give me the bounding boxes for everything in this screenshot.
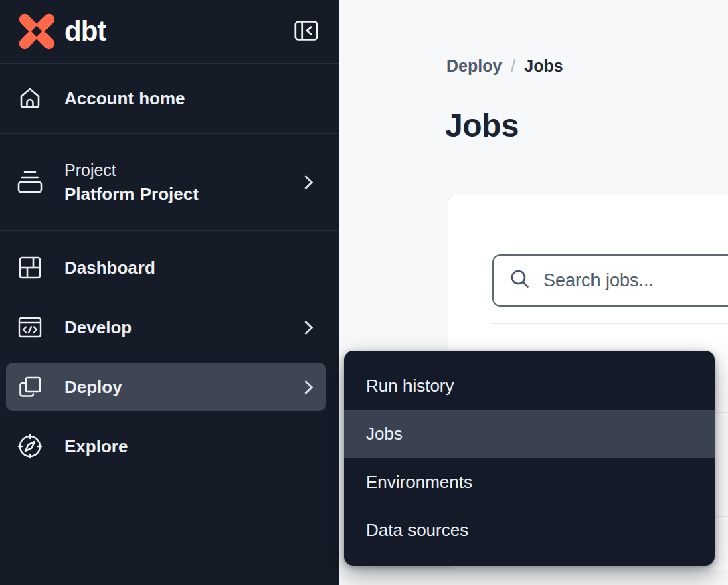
project-kicker: Project: [64, 158, 199, 182]
page-title: Jobs: [445, 107, 519, 144]
breadcrumb: Deploy / Jobs: [446, 56, 563, 76]
chevron-right-icon: [299, 320, 313, 334]
sidebar-item-label: Dashboard: [64, 258, 155, 278]
sidebar-item-label: Account home: [64, 88, 185, 109]
card-divider: [491, 323, 728, 324]
sidebar-section-project: Project Platform Project: [0, 134, 339, 231]
home-icon: [16, 85, 44, 112]
collapse-sidebar-button[interactable]: [294, 20, 318, 44]
sidebar-item-account-home[interactable]: Account home: [6, 74, 326, 122]
breadcrumb-deploy-link[interactable]: Deploy: [446, 56, 502, 76]
compass-icon: [16, 432, 44, 461]
search-box: [492, 254, 728, 307]
sidebar-header: dbt: [0, 0, 339, 64]
menu-item-environments[interactable]: Environments: [344, 458, 715, 506]
dashboard-grid-icon: [16, 254, 44, 281]
sidebar-item-label: Develop: [64, 317, 132, 338]
search-icon: [509, 268, 531, 293]
breadcrumb-separator: /: [511, 56, 515, 76]
sidebar-item-develop[interactable]: Develop: [6, 303, 326, 351]
project-name: Platform Project: [64, 182, 199, 206]
chevron-right-icon: [299, 380, 313, 394]
sidebar-item-explore[interactable]: Explore: [6, 422, 326, 471]
deploy-squares-icon: [16, 373, 44, 400]
sidebar-item-label: Explore: [64, 436, 128, 457]
collapse-sidebar-icon: [294, 20, 318, 44]
sidebar-section-account: Account home: [0, 64, 339, 134]
deploy-flyout-menu: Run history Jobs Environments Data sourc…: [344, 351, 715, 566]
breadcrumb-current: Jobs: [524, 56, 563, 76]
sidebar-item-project[interactable]: Project Platform Project: [6, 158, 326, 206]
sidebar-item-dashboard[interactable]: Dashboard: [6, 244, 326, 292]
sidebar: dbt Account home: [0, 0, 339, 585]
sidebar-item-deploy[interactable]: Deploy: [6, 363, 326, 411]
sidebar-item-label: Deploy: [64, 377, 122, 398]
code-window-icon: [16, 314, 44, 341]
project-stack-icon: [16, 167, 44, 197]
sidebar-item-project-labels: Project Platform Project: [64, 158, 199, 206]
search-jobs-input[interactable]: [543, 270, 728, 291]
dbt-logo-icon[interactable]: [17, 12, 56, 51]
menu-item-run-history[interactable]: Run history: [344, 361, 715, 410]
menu-item-data-sources[interactable]: Data sources: [344, 506, 715, 554]
menu-item-jobs[interactable]: Jobs: [344, 410, 715, 458]
dbt-wordmark: dbt: [64, 15, 106, 48]
chevron-right-icon: [299, 175, 313, 189]
sidebar-section-nav: Dashboard Develop: [0, 231, 339, 471]
